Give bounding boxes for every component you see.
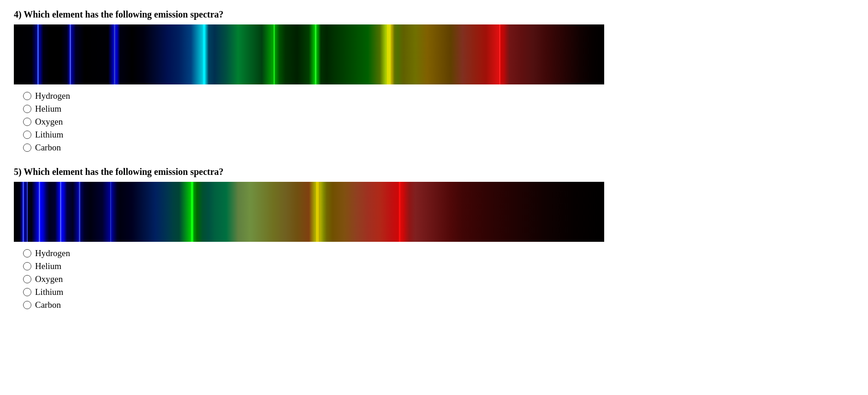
option-q4-carbon[interactable]: Carbon [23,143,854,153]
radio-q4-oxygen[interactable] [23,118,31,126]
svg-rect-5 [315,24,316,84]
svg-rect-6 [387,24,391,84]
option-q5-helium[interactable]: Helium [23,261,854,271]
svg-rect-2 [114,24,115,84]
radio-q5-helium[interactable] [23,262,31,270]
radio-q4-carbon[interactable] [23,144,31,152]
radio-q5-hydrogen[interactable] [23,249,31,257]
option-q4-helium[interactable]: Helium [23,104,854,114]
radio-q5-carbon[interactable] [23,301,31,309]
option-q5-oxygen[interactable]: Oxygen [23,274,854,284]
question-5: 5) Which element has the following emiss… [14,167,854,310]
radio-q4-helium[interactable] [23,105,31,113]
question-4-options: Hydrogen Helium Oxygen Lithium Carbon [23,91,854,153]
svg-rect-13 [110,182,111,242]
svg-rect-4 [273,24,275,84]
option-q5-carbon[interactable]: Carbon [23,300,854,310]
svg-rect-9 [27,182,28,242]
question-4-label: 4) Which element has the following emiss… [14,9,854,20]
option-label-q4-carbon: Carbon [35,143,61,153]
option-label-q5-oxygen: Oxygen [35,274,63,284]
svg-rect-3 [203,24,205,84]
svg-rect-11 [60,182,61,242]
option-q4-lithium[interactable]: Lithium [23,130,854,140]
option-label-q5-hydrogen: Hydrogen [35,248,70,258]
svg-rect-14 [191,182,193,242]
svg-rect-1 [70,24,71,84]
question-5-label: 5) Which element has the following emiss… [14,167,854,177]
radio-q4-hydrogen[interactable] [23,92,31,100]
option-label-q4-helium: Helium [35,104,61,114]
option-label-q4-oxygen: Oxygen [35,117,63,127]
question-4: 4) Which element has the following emiss… [14,9,854,153]
spectrum-q4 [14,24,604,84]
svg-rect-16 [399,182,400,242]
radio-q5-oxygen[interactable] [23,275,31,283]
svg-rect-15 [316,182,319,242]
svg-rect-8 [23,182,24,242]
option-label-q4-hydrogen: Hydrogen [35,91,70,101]
svg-rect-0 [37,24,39,84]
option-label-q5-carbon: Carbon [35,300,61,310]
option-q4-oxygen[interactable]: Oxygen [23,117,854,127]
svg-rect-12 [79,182,80,242]
svg-rect-10 [39,182,40,242]
option-label-q5-helium: Helium [35,261,61,271]
radio-q5-lithium[interactable] [23,288,31,296]
spectrum-q5 [14,182,604,242]
radio-q4-lithium[interactable] [23,131,31,139]
option-label-q5-lithium: Lithium [35,287,63,297]
question-5-options: Hydrogen Helium Oxygen Lithium Carbon [23,248,854,310]
emission-lines-q5 [14,182,604,242]
option-q5-hydrogen[interactable]: Hydrogen [23,248,854,258]
option-q4-hydrogen[interactable]: Hydrogen [23,91,854,101]
option-q5-lithium[interactable]: Lithium [23,287,854,297]
emission-lines-q4 [14,24,604,84]
svg-rect-7 [499,24,500,84]
option-label-q4-lithium: Lithium [35,130,63,140]
